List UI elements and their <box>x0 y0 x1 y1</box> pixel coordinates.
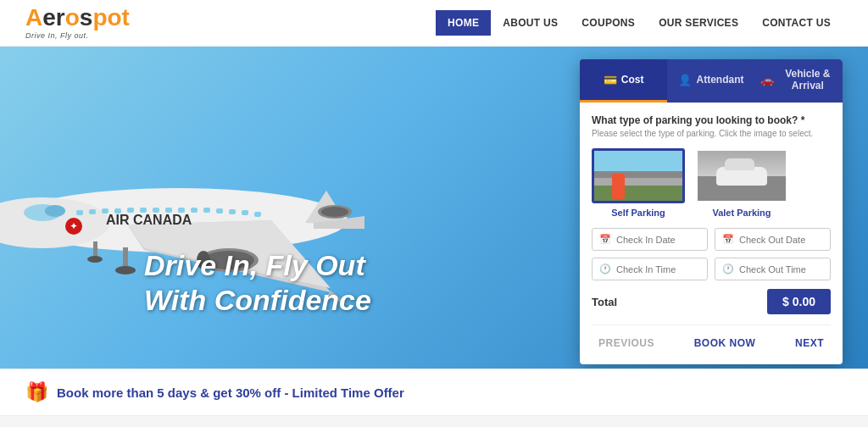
total-label: Total <box>592 296 617 308</box>
svg-text:AIR CANADA: AIR CANADA <box>106 213 192 227</box>
checkout-time-icon: 🕐 <box>722 263 734 274</box>
checkin-time-field[interactable] <box>616 264 700 274</box>
bottom-strip: 📘 🐦 <box>0 415 868 427</box>
nav-coupons[interactable]: COUPONS <box>570 10 647 36</box>
svg-rect-27 <box>254 212 261 217</box>
svg-rect-25 <box>229 209 236 214</box>
logo-tagline: Drive In, Fly out. <box>25 31 89 40</box>
tab-attendant[interactable]: 👤 Attendant <box>667 59 754 103</box>
svg-point-34 <box>87 256 103 263</box>
promo-text-strong: Book more than 5 days & get 30% off - Li… <box>57 385 404 400</box>
previous-button[interactable]: PREVIOUS <box>592 334 661 352</box>
total-row: Total $ 0.00 <box>592 289 831 314</box>
total-value: $ 0.00 <box>767 289 831 314</box>
hero-section: AIR CANADA ✦ Drive In, Fly Out With Conf… <box>0 47 868 369</box>
book-now-button[interactable]: BOOK NOW <box>687 334 763 352</box>
logo: Aerospot Drive In, Fly out. <box>25 6 130 40</box>
promo-text: Book more than 5 days & get 30% off - Li… <box>57 385 404 400</box>
checkout-time-input[interactable]: 🕐 <box>715 258 831 280</box>
svg-rect-14 <box>89 209 96 214</box>
widget-actions: PREVIOUS BOOK NOW NEXT <box>592 324 831 352</box>
svg-point-3 <box>45 205 65 217</box>
checkout-time-field[interactable] <box>739 264 823 274</box>
svg-rect-33 <box>93 241 97 258</box>
svg-rect-24 <box>216 208 223 214</box>
cost-icon: 💳 <box>604 74 617 86</box>
promo-icon: 🎁 <box>25 381 48 403</box>
tab-cost[interactable]: 💳 Cost <box>580 59 667 103</box>
valet-car-shape <box>716 167 767 186</box>
logo-ero: er <box>42 4 64 30</box>
valet-parking-image[interactable] <box>695 148 788 203</box>
hero-headline: Drive In, Fly Out With Confidence <box>144 248 371 318</box>
nav-contact[interactable]: CONTACT US <box>750 10 843 36</box>
logo-s: s <box>80 4 93 30</box>
parking-question: What type of parking you looking to book… <box>592 114 831 126</box>
checkout-date-input[interactable]: 📅 <box>715 228 831 251</box>
nav-services[interactable]: OUR SERVICES <box>647 10 750 36</box>
svg-rect-26 <box>242 210 248 215</box>
hero-text: Drive In, Fly Out With Confidence <box>144 248 371 318</box>
svg-point-12 <box>321 207 348 217</box>
checkin-time-icon: 🕐 <box>599 263 611 274</box>
self-parking-image[interactable] <box>592 148 685 203</box>
checkin-date-field[interactable] <box>616 235 700 245</box>
parking-options: Self Parking Valet Parking <box>592 148 831 218</box>
checkin-time-input[interactable]: 🕐 <box>592 258 708 280</box>
logo-a: A <box>25 4 42 30</box>
svg-rect-13 <box>76 210 83 215</box>
nav-about[interactable]: ABOUT US <box>491 10 570 36</box>
svg-point-32 <box>115 266 136 274</box>
logo-text: Aerospot <box>25 6 130 30</box>
self-parking-label: Self Parking <box>611 208 665 218</box>
valet-parking-bg <box>698 151 786 201</box>
logo-pot: pot <box>92 4 130 30</box>
self-parking-bg <box>594 151 682 201</box>
valet-parking-label: Valet Parking <box>712 208 771 218</box>
svg-text:✦: ✦ <box>70 220 78 232</box>
attendant-icon: 👤 <box>678 74 692 86</box>
logo-o-dot: o <box>65 4 80 30</box>
booking-widget: 💳 Cost 👤 Attendant 🚗 Vehicle & Arrival W… <box>580 59 843 364</box>
self-parking-option[interactable]: Self Parking <box>592 148 685 218</box>
widget-body: What type of parking you looking to book… <box>580 103 843 364</box>
next-button[interactable]: NEXT <box>788 334 831 352</box>
date-time-inputs: 📅 📅 🕐 🕐 <box>592 228 831 280</box>
valet-parking-option[interactable]: Valet Parking <box>695 148 788 218</box>
widget-tabs: 💳 Cost 👤 Attendant 🚗 Vehicle & Arrival <box>580 59 843 103</box>
nav-home[interactable]: HOME <box>436 10 491 36</box>
svg-rect-23 <box>203 208 210 213</box>
tab-vehicle[interactable]: 🚗 Vehicle & Arrival <box>755 59 843 103</box>
checkin-date-icon: 📅 <box>599 234 611 245</box>
checkout-date-field[interactable] <box>739 235 823 245</box>
parking-subtitle: Please select the type of parking. Click… <box>592 129 831 138</box>
promo-banner: 🎁 Book more than 5 days & get 30% off - … <box>0 369 868 415</box>
vehicle-icon: 🚗 <box>760 74 774 86</box>
header: Aerospot Drive In, Fly out. HOME ABOUT U… <box>0 0 868 47</box>
checkout-date-icon: 📅 <box>722 234 734 245</box>
checkin-date-input[interactable]: 📅 <box>592 228 708 251</box>
main-nav: HOME ABOUT US COUPONS OUR SERVICES CONTA… <box>436 10 843 36</box>
svg-rect-31 <box>123 247 128 269</box>
